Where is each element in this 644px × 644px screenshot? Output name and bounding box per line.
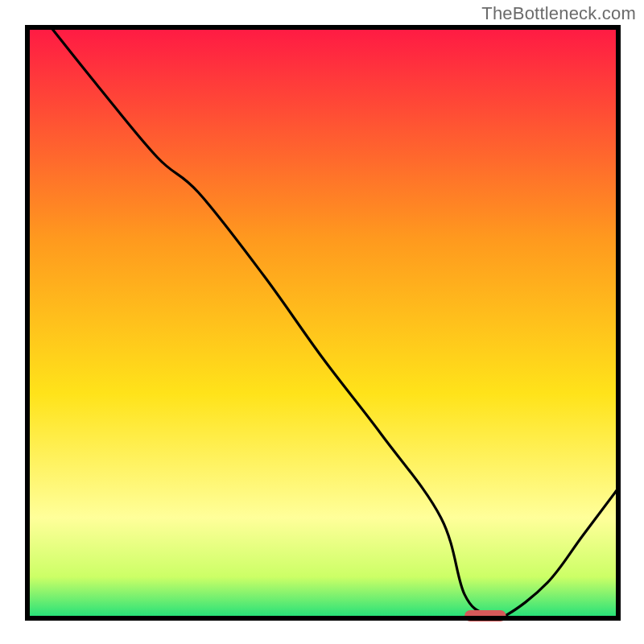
watermark-label: TheBottleneck.com bbox=[481, 3, 636, 24]
page-root: { "watermark": "TheBottleneck.com", "col… bbox=[0, 0, 644, 644]
plot-background bbox=[27, 27, 618, 618]
chart-svg bbox=[0, 0, 644, 644]
